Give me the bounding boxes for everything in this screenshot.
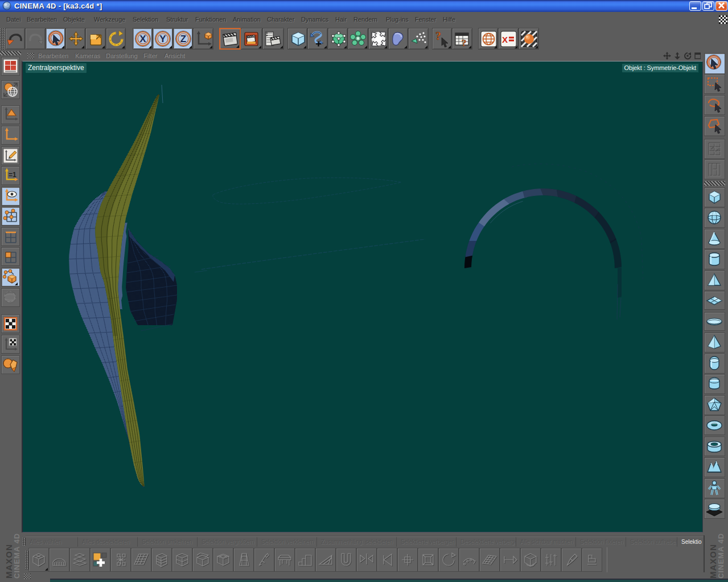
svg-text:X: X [139,34,146,44]
svg-text:Z: Z [180,34,186,44]
svg-text:=1: =1 [9,171,17,179]
svg-text:?: ? [435,30,441,42]
svg-text:Y: Y [159,34,166,44]
svg-text:?: ? [462,38,467,48]
svg-text:X: X [502,35,508,44]
